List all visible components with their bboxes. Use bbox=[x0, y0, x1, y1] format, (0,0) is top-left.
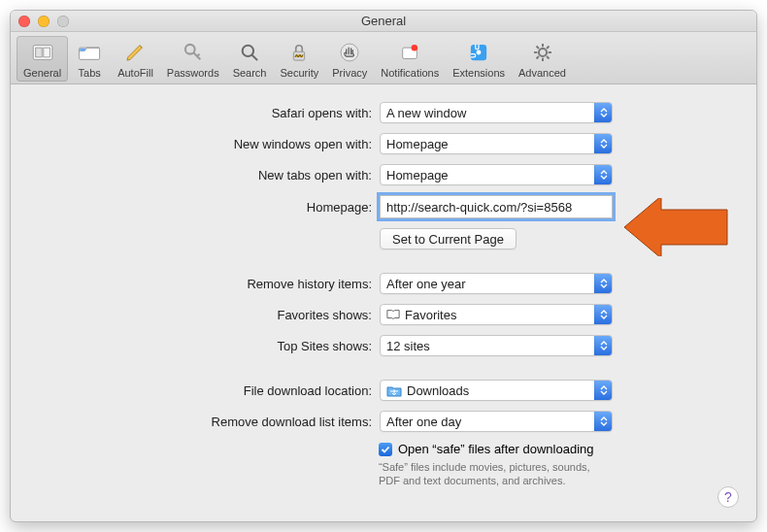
svg-point-10 bbox=[341, 44, 358, 61]
homepage-value: http://search-quick.com/?si=8568 bbox=[386, 200, 572, 215]
gear-icon bbox=[528, 38, 557, 67]
bookmarks-icon bbox=[386, 309, 400, 320]
toolbar-label: Passwords bbox=[167, 67, 219, 79]
favorites-popup[interactable]: Favorites bbox=[380, 304, 613, 325]
popup-value: After one year bbox=[386, 277, 466, 291]
preferences-toolbar: General Tabs AutoFill Passwords Search bbox=[11, 32, 756, 84]
toolbar-item-passwords[interactable]: Passwords bbox=[160, 36, 226, 82]
chevron-updown-icon bbox=[594, 274, 612, 293]
chevron-updown-icon bbox=[594, 103, 612, 122]
remove-downloads-popup[interactable]: After one day bbox=[380, 411, 613, 432]
svg-point-6 bbox=[243, 46, 253, 56]
zoom-button[interactable] bbox=[57, 16, 69, 27]
window-controls bbox=[18, 16, 69, 27]
lock-icon bbox=[284, 38, 314, 67]
popup-value: 12 sites bbox=[386, 339, 430, 353]
remove-downloads-label: Remove download list items: bbox=[20, 415, 380, 429]
remove-history-label: Remove history items: bbox=[20, 277, 380, 291]
puzzle-icon bbox=[464, 38, 493, 67]
safe-files-description: “Safe” files include movies, pictures, s… bbox=[379, 460, 602, 487]
switch-icon bbox=[28, 38, 57, 67]
chevron-updown-icon bbox=[594, 336, 612, 355]
svg-point-15 bbox=[538, 49, 546, 56]
folder-icon bbox=[386, 384, 402, 397]
popup-value: Favorites bbox=[405, 308, 456, 322]
open-safe-files-label: Open “safe” files after downloading bbox=[398, 442, 594, 456]
toolbar-label: Security bbox=[280, 67, 318, 79]
svg-rect-1 bbox=[35, 48, 42, 57]
toolbar-item-privacy[interactable]: Privacy bbox=[325, 36, 374, 82]
svg-point-14 bbox=[477, 50, 482, 55]
tabs-icon bbox=[75, 38, 104, 67]
toolbar-item-advanced[interactable]: Advanced bbox=[512, 36, 573, 82]
new-tabs-label: New tabs open with: bbox=[20, 168, 380, 183]
topsites-label: Top Sites shows: bbox=[20, 339, 380, 353]
favorites-label: Favorites shows: bbox=[20, 308, 380, 322]
popup-value: A new window bbox=[386, 106, 466, 120]
toolbar-item-general[interactable]: General bbox=[17, 36, 68, 82]
homepage-field[interactable]: http://search-quick.com/?si=8568 bbox=[380, 195, 613, 218]
search-icon bbox=[235, 38, 264, 67]
new-windows-popup[interactable]: Homepage bbox=[380, 133, 613, 154]
chevron-updown-icon bbox=[594, 412, 612, 431]
toolbar-label: AutoFill bbox=[117, 67, 153, 79]
notifications-icon bbox=[395, 38, 424, 67]
safari-opens-label: Safari opens with: bbox=[20, 106, 380, 120]
chevron-updown-icon bbox=[594, 381, 612, 400]
toolbar-label: Tabs bbox=[79, 67, 101, 79]
remove-history-popup[interactable]: After one year bbox=[380, 273, 613, 294]
new-windows-label: New windows open with: bbox=[20, 137, 380, 151]
window-title: General bbox=[361, 14, 406, 28]
titlebar: General bbox=[11, 11, 756, 32]
popup-value: Homepage bbox=[386, 137, 449, 151]
general-pane: Safari opens with: A new window New wind… bbox=[11, 84, 756, 507]
svg-rect-2 bbox=[43, 48, 50, 57]
toolbar-label: Notifications bbox=[381, 67, 439, 79]
download-location-label: File download location: bbox=[20, 383, 380, 398]
chevron-updown-icon bbox=[594, 305, 612, 324]
homepage-label: Homepage: bbox=[20, 200, 380, 215]
chevron-updown-icon bbox=[594, 134, 612, 153]
toolbar-label: Privacy bbox=[332, 67, 367, 79]
help-button[interactable]: ? bbox=[717, 486, 739, 508]
hand-icon bbox=[335, 38, 364, 67]
toolbar-item-search[interactable]: Search bbox=[226, 36, 274, 82]
toolbar-label: Extensions bbox=[452, 67, 505, 79]
toolbar-item-notifications[interactable]: Notifications bbox=[374, 36, 446, 82]
download-location-popup[interactable]: Downloads bbox=[380, 380, 613, 401]
minimize-button[interactable] bbox=[38, 16, 50, 27]
toolbar-label: Search bbox=[233, 67, 267, 79]
new-tabs-popup[interactable]: Homepage bbox=[380, 164, 613, 185]
popup-value: Downloads bbox=[407, 383, 469, 398]
toolbar-item-tabs[interactable]: Tabs bbox=[68, 36, 111, 82]
key-icon bbox=[179, 38, 208, 67]
toolbar-item-security[interactable]: Security bbox=[273, 36, 325, 82]
preferences-window: General General Tabs AutoFill Passwords bbox=[10, 10, 757, 522]
toolbar-label: General bbox=[23, 67, 61, 79]
svg-point-12 bbox=[412, 45, 418, 51]
topsites-popup[interactable]: 12 sites bbox=[380, 335, 613, 356]
toolbar-label: Advanced bbox=[518, 67, 566, 79]
toolbar-item-autofill[interactable]: AutoFill bbox=[111, 36, 160, 82]
safari-opens-popup[interactable]: A new window bbox=[380, 102, 613, 123]
button-label: Set to Current Page bbox=[392, 232, 504, 247]
set-to-current-page-button[interactable]: Set to Current Page bbox=[380, 228, 517, 249]
close-button[interactable] bbox=[18, 16, 30, 27]
open-safe-files-checkbox[interactable] bbox=[379, 443, 392, 456]
svg-rect-4 bbox=[80, 49, 85, 50]
question-mark-icon: ? bbox=[724, 489, 732, 505]
toolbar-item-extensions[interactable]: Extensions bbox=[446, 36, 512, 82]
popup-value: After one day bbox=[386, 415, 461, 429]
chevron-updown-icon bbox=[594, 165, 612, 184]
popup-value: Homepage bbox=[386, 168, 449, 183]
pencil-icon bbox=[120, 38, 150, 67]
